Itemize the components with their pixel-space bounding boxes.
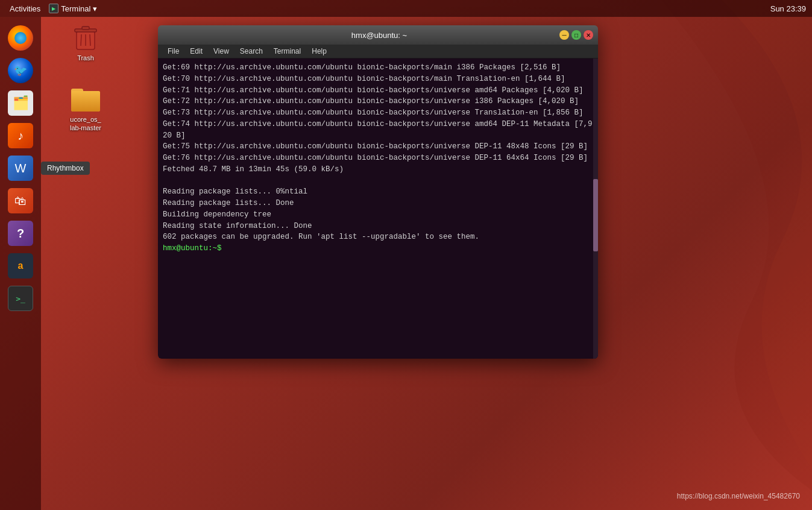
dock-item-files[interactable]: 🗂️ — [4, 88, 37, 118]
dock-item-thunderbird[interactable]: 🐦 — [4, 55, 37, 86]
appstore-icon: 🛍 — [8, 188, 33, 213]
terminal-prompt: hmx@ubuntu:~$ — [163, 244, 226, 253]
dock-item-terminal[interactable]: >_ — [4, 283, 37, 313]
dock-item-firefox[interactable] — [4, 23, 37, 53]
terminal-line — [163, 175, 593, 187]
menu-file[interactable]: File — [163, 46, 184, 57]
thunderbird-icon: 🐦 — [8, 58, 33, 83]
terminal-line: Get:72 http://us.archive.ubuntu.com/ubun… — [163, 96, 593, 107]
dock: 🐦 🗂️ ♪ W 🛍 ? a — [0, 17, 41, 510]
trash-label: Trash — [77, 54, 94, 62]
svg-rect-2 — [82, 27, 89, 30]
firefox-icon — [8, 25, 33, 51]
window-controls: ─ □ ✕ — [559, 30, 593, 40]
terminal-line: Get:69 http://us.archive.ubuntu.com/ubun… — [163, 62, 593, 74]
dock-item-writer[interactable]: W — [4, 153, 37, 183]
terminal-window: hmx@ubuntu: ~ ─ □ ✕ File Edit View Searc… — [158, 25, 598, 359]
svg-line-3 — [81, 34, 81, 46]
terminal-prompt-line: hmx@ubuntu:~$ — [163, 243, 593, 254]
folder-icon — [71, 84, 100, 113]
desktop-icon-trash[interactable]: Trash — [58, 23, 113, 62]
trash-icon — [71, 23, 100, 52]
menu-search[interactable]: Search — [235, 46, 268, 57]
menu-terminal[interactable]: Terminal — [269, 46, 306, 57]
topbar: Activities ▶ Terminal ▾ Sun 23:39 — [0, 0, 812, 17]
menu-view[interactable]: View — [209, 46, 234, 57]
amazon-icon: a — [8, 253, 33, 279]
watermark: https://blog.csdn.net/weixin_45482670 — [677, 492, 800, 500]
dock-item-rhythmbox[interactable]: ♪ — [4, 121, 37, 151]
menu-help[interactable]: Help — [307, 46, 332, 57]
rhythmbox-icon: ♪ — [8, 123, 33, 148]
terminal-dropdown-arrow: ▾ — [93, 4, 97, 13]
terminal-scrollbar-thumb — [593, 179, 598, 251]
terminal-title: hmx@ubuntu: ~ — [199, 31, 559, 40]
help-icon: ? — [8, 221, 33, 246]
writer-icon: W — [8, 156, 33, 181]
terminal-indicator[interactable]: ▶ Terminal ▾ — [49, 4, 97, 13]
dock-item-amazon[interactable]: a — [4, 251, 37, 281]
terminal-taskbar-label: Terminal — [61, 4, 90, 13]
topbar-left: Activities ▶ Terminal ▾ — [6, 4, 97, 13]
terminal-menubar: File Edit View Search Terminal Help — [158, 45, 598, 58]
terminal-titlebar: hmx@ubuntu: ~ ─ □ ✕ — [158, 25, 598, 45]
terminal-line: 602 packages can be upgraded. Run 'apt l… — [163, 231, 593, 243]
terminal-line: Reading state information... Done — [163, 221, 593, 232]
svg-rect-8 — [71, 91, 100, 112]
menu-edit[interactable]: Edit — [185, 46, 207, 57]
terminal-line: Get:76 http://us.archive.ubuntu.com/ubun… — [163, 153, 593, 164]
terminal-line: Reading package lists... 0%ntial — [163, 186, 593, 198]
terminal-line: Building dependency tree — [163, 209, 593, 221]
terminal-line: Get:73 http://us.archive.ubuntu.com/ubun… — [163, 107, 593, 119]
terminal-line: Get:74 http://us.archive.ubuntu.com/ubun… — [163, 119, 593, 142]
terminal-line: Get:70 http://us.archive.ubuntu.com/ubun… — [163, 74, 593, 85]
desktop-icon-folder[interactable]: ucore_os_ lab-master — [58, 84, 113, 133]
terminal-taskbar-icon: ▶ — [49, 4, 58, 13]
terminal-dock-icon: >_ — [8, 286, 33, 311]
terminal-body[interactable]: Get:69 http://us.archive.ubuntu.com/ubun… — [158, 58, 598, 359]
svg-line-5 — [90, 34, 90, 46]
minimize-button[interactable]: ─ — [559, 30, 569, 40]
terminal-line: Reading package lists... Done — [163, 198, 593, 209]
rhythmbox-tooltip: Rhythmbox — [41, 162, 90, 175]
topbar-clock: Sun 23:39 — [770, 4, 806, 13]
maximize-button[interactable]: □ — [571, 30, 581, 40]
files-icon: 🗂️ — [8, 90, 33, 116]
folder-label: ucore_os_ lab-master — [70, 115, 101, 133]
terminal-line: Fetched 48.7 MB in 13min 45s (59.0 kB/s) — [163, 164, 593, 175]
terminal-line: Get:75 http://us.archive.ubuntu.com/ubun… — [163, 141, 593, 153]
dock-item-appstore[interactable]: 🛍 — [4, 186, 37, 216]
activities-button[interactable]: Activities — [6, 4, 44, 13]
terminal-line: Get:71 http://us.archive.ubuntu.com/ubun… — [163, 85, 593, 96]
close-button[interactable]: ✕ — [584, 30, 593, 40]
terminal-scrollbar[interactable] — [593, 58, 598, 359]
dock-item-help[interactable]: ? — [4, 218, 37, 248]
